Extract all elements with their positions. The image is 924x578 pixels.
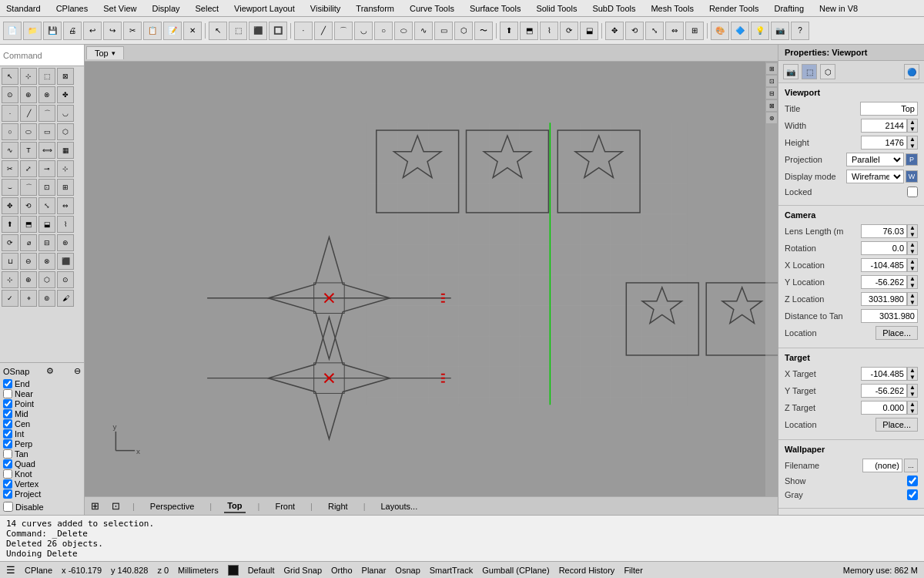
toolbar-rotate[interactable]: ⟲ (625, 22, 644, 40)
menu-visibility[interactable]: Visibility (307, 2, 344, 15)
status-menu-icon[interactable]: ☰ (6, 564, 15, 576)
tool-edit-pts[interactable]: ⊕ (20, 271, 37, 288)
osnap-mid-check[interactable] (3, 409, 12, 418)
menu-surface-tools[interactable]: Surface Tools (467, 2, 524, 15)
toolbar-light[interactable]: 💡 (751, 22, 769, 40)
tool-snap[interactable]: ⊙ (2, 86, 18, 103)
menu-viewport-layout[interactable]: Viewport Layout (231, 2, 298, 15)
osnap-int-check[interactable] (3, 429, 12, 439)
tool-dim[interactable]: ⟺ (38, 142, 55, 159)
osnap-near-check[interactable] (3, 389, 12, 398)
toolbar-redo[interactable]: ↪ (103, 22, 122, 40)
tool-analyze[interactable]: ⊚ (38, 290, 55, 307)
toolbar-extrude[interactable]: ⬆ (500, 22, 518, 40)
toolbar-curve[interactable]: ∿ (414, 22, 433, 40)
toolbar-print[interactable]: 🖨 (63, 22, 82, 40)
status-osnap[interactable]: Osnap (395, 566, 420, 575)
tool-select-crossing[interactable]: ⊠ (57, 68, 74, 85)
tab-layouts[interactable]: Layouts... (378, 500, 421, 512)
toolbar-select[interactable]: ↖ (209, 22, 227, 40)
x-target-input[interactable] (861, 367, 907, 381)
osnap-cen-check[interactable] (3, 419, 12, 428)
tool-boolean-int[interactable]: ⊗ (38, 253, 55, 270)
menu-subd-tools[interactable]: SubD Tools (589, 2, 638, 15)
tool-offset[interactable]: ⊡ (38, 179, 55, 196)
panel-icon-render[interactable]: 🔵 (904, 64, 919, 79)
osnap-knot-check[interactable] (3, 469, 12, 479)
tool-loft[interactable]: ⬓ (38, 216, 55, 233)
tool-rotate[interactable]: ⟲ (20, 197, 37, 214)
tool-select-window[interactable]: ⬚ (38, 68, 55, 85)
z-location-input[interactable] (861, 292, 907, 306)
tool-patch[interactable]: ⊟ (38, 234, 55, 251)
toolbar-sweep[interactable]: ⌇ (540, 22, 558, 40)
tool-move[interactable]: ✥ (2, 197, 18, 214)
toolbar-circle[interactable]: ○ (374, 22, 393, 40)
toolbar-material[interactable]: 🔷 (731, 22, 749, 40)
tab-dropdown-arrow[interactable]: ▾ (112, 49, 116, 57)
toolbar-revolve[interactable]: ⟳ (560, 22, 578, 40)
y-location-spinner[interactable]: ▲▼ (907, 275, 918, 289)
lens-length-input[interactable] (861, 224, 907, 238)
vp-icon-2[interactable]: ⊡ (766, 76, 777, 86)
tool-select-arrow[interactable]: ↖ (2, 68, 18, 85)
tool-surface[interactable]: ⬒ (20, 216, 37, 233)
viewport-height-spinner[interactable]: ▲▼ (907, 136, 918, 150)
tool-arc[interactable]: ◡ (57, 105, 74, 122)
tab-top[interactable]: Top (224, 499, 245, 513)
tool-scale[interactable]: ⤡ (38, 197, 55, 214)
panel-icon-mesh[interactable]: ⬡ (820, 64, 835, 79)
vp-icon-3[interactable]: ⊟ (766, 88, 777, 99)
y-target-spinner[interactable]: ▲▼ (907, 384, 918, 398)
toolbar-help[interactable]: ? (791, 22, 809, 40)
tool-gumball[interactable]: ✤ (57, 86, 74, 103)
z-target-input[interactable] (861, 401, 907, 415)
tool-measure[interactable]: ⌖ (20, 290, 37, 307)
toolbar-loft[interactable]: ⬓ (580, 22, 598, 40)
tool-rect[interactable]: ▭ (38, 123, 55, 140)
y-target-input[interactable] (861, 384, 907, 398)
viewport-width-spinner[interactable]: ▲▼ (907, 119, 918, 133)
menu-solid-tools[interactable]: Solid Tools (533, 2, 580, 15)
locked-checkbox[interactable] (907, 187, 918, 197)
menu-curve-tools[interactable]: Curve Tools (407, 2, 457, 15)
target-location-btn[interactable]: Place... (875, 418, 918, 432)
status-filter[interactable]: Filter (624, 566, 642, 575)
tool-paint[interactable]: 🖌 (57, 290, 74, 307)
tool-control-pts[interactable]: ⊹ (2, 271, 18, 288)
projection-icon[interactable]: P (906, 153, 918, 166)
toolbar-polyline[interactable]: ⌒ (334, 22, 353, 40)
vp-icon-5[interactable]: ⊛ (766, 113, 777, 123)
menu-new-v8[interactable]: New in V8 (816, 2, 861, 15)
status-units[interactable]: Millimeters (178, 566, 219, 575)
toolbar-copy[interactable]: 📋 (143, 22, 162, 40)
show-checkbox[interactable] (907, 476, 918, 486)
osnap-perp-check[interactable] (3, 439, 12, 449)
tool-freeform[interactable]: ∿ (2, 142, 18, 159)
viewport-height-input[interactable] (861, 136, 907, 150)
command-input[interactable] (0, 45, 84, 66)
viewport-tab-top[interactable]: Top ▾ (86, 46, 124, 59)
tool-polygon[interactable]: ⬡ (57, 123, 74, 140)
x-location-spinner[interactable]: ▲▼ (907, 258, 918, 272)
tool-extend[interactable]: ⤢ (20, 160, 37, 177)
gray-checkbox[interactable] (907, 489, 918, 500)
status-record[interactable]: Record History (559, 566, 615, 575)
osnap-settings-icon[interactable]: ⚙ (46, 366, 54, 376)
viewport-title-input[interactable] (860, 102, 918, 116)
toolbar-render[interactable]: 🎨 (711, 22, 729, 40)
status-smarttrack[interactable]: SmartTrack (430, 566, 473, 575)
tool-project[interactable]: ⊞ (57, 179, 74, 196)
tab-perspective[interactable]: Perspective (147, 500, 197, 512)
menu-transform[interactable]: Transform (353, 2, 397, 15)
toolbar-arc[interactable]: ◡ (354, 22, 373, 40)
toolbar-delete[interactable]: ✕ (183, 22, 202, 40)
tool-boolean-diff[interactable]: ⊖ (20, 253, 37, 270)
toolbar-save[interactable]: 💾 (43, 22, 62, 40)
filename-input[interactable] (862, 459, 902, 472)
rotation-input[interactable] (861, 241, 907, 255)
tab-right[interactable]: Right (325, 500, 351, 512)
status-grid-snap[interactable]: Grid Snap (284, 566, 323, 575)
tool-mirror[interactable]: ⇔ (57, 197, 74, 214)
tool-split[interactable]: ⊸ (38, 160, 55, 177)
